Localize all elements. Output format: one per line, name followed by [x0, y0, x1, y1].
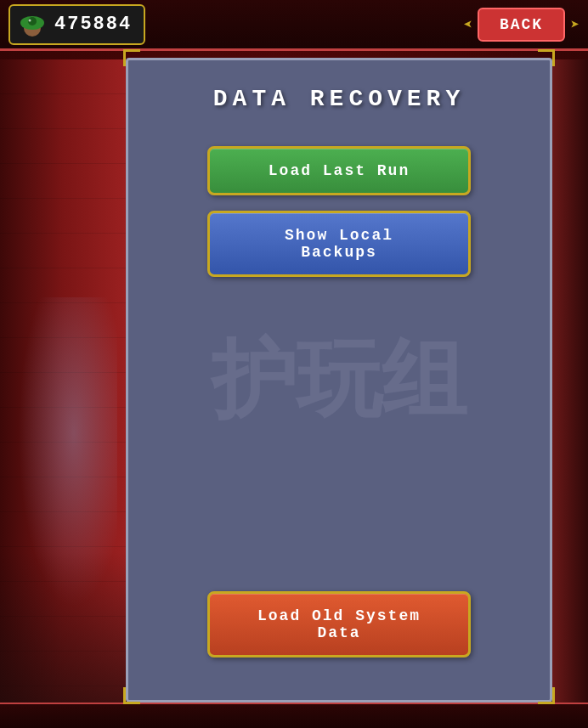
- corner-bottom-left: [123, 687, 140, 704]
- score-display: 475884: [8, 4, 145, 45]
- load-last-run-button[interactable]: Load Last Run: [207, 146, 471, 195]
- back-button[interactable]: BACK: [478, 8, 565, 42]
- corner-top-right: [538, 49, 555, 66]
- corner-bottom-right: [538, 687, 555, 704]
- score-value: 475884: [54, 14, 132, 35]
- top-bar: 475884 ➤ BACK ➤: [0, 0, 588, 51]
- show-local-backups-button[interactable]: Show Local Backups: [207, 211, 471, 277]
- score-icon: [17, 9, 48, 40]
- load-old-system-data-button[interactable]: Load Old System Data: [207, 591, 471, 657]
- side-art-right: [552, 59, 588, 722]
- bottom-bar: [0, 703, 588, 728]
- arrow-left-icon: ➤: [463, 15, 472, 34]
- corner-top-left: [123, 49, 140, 66]
- buttons-bottom: Load Old System Data: [128, 591, 550, 657]
- main-panel: DATA RECOVERY Load Last Run Show Local B…: [126, 58, 552, 703]
- back-btn-wrapper: ➤ BACK ➤: [463, 8, 580, 42]
- panel-title: DATA RECOVERY: [213, 86, 465, 112]
- side-art-left: [0, 59, 126, 722]
- arrow-right-icon: ➤: [570, 15, 580, 34]
- buttons-top: Load Last Run Show Local Backups: [145, 146, 533, 277]
- watermark: 护玩组: [212, 323, 466, 437]
- svg-point-3: [29, 19, 31, 21]
